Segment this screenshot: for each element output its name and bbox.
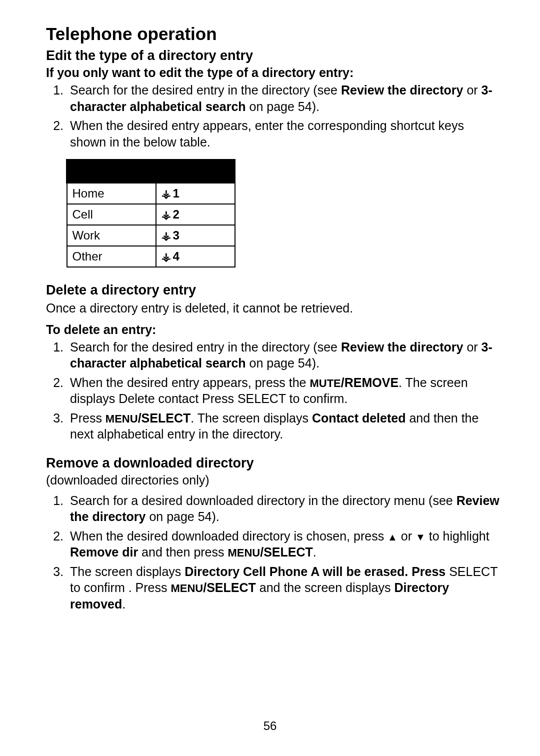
key-number: 3 bbox=[173, 228, 180, 242]
text-bold: Review the directory bbox=[341, 83, 464, 97]
shortcut-table: Home ⚶1 Cell ⚶2 Work ⚶3 Other ⚶4 bbox=[66, 159, 236, 268]
key-label: /SELECT bbox=[203, 580, 256, 594]
table-cell-key: ⚶3 bbox=[156, 225, 235, 246]
text: . bbox=[313, 545, 316, 559]
text: . bbox=[122, 597, 126, 611]
text: When the desired entry appears, press th… bbox=[70, 376, 310, 390]
key-number: 4 bbox=[173, 250, 180, 263]
list-item: When the desired downloaded directory is… bbox=[67, 528, 502, 560]
pound-icon: ⚶ bbox=[162, 208, 171, 221]
text: The screen displays bbox=[70, 564, 184, 578]
section-edit-type-sub: If you only want to edit the type of a d… bbox=[46, 66, 502, 80]
text: or bbox=[463, 83, 481, 97]
text: or bbox=[463, 340, 481, 354]
key-label: /SELECT bbox=[138, 411, 191, 425]
list-item: The screen displays Directory Cell Phone… bbox=[67, 564, 502, 612]
text: Search for a desired downloaded director… bbox=[70, 494, 456, 508]
text: . The screen displays bbox=[190, 411, 312, 425]
page-title: Telephone operation bbox=[46, 24, 502, 44]
table-cell-type: Home bbox=[67, 183, 156, 204]
key-label: MENU bbox=[106, 412, 138, 425]
table-row: Other ⚶4 bbox=[67, 246, 235, 267]
text: or bbox=[398, 529, 416, 543]
text: on page 54). bbox=[246, 356, 320, 370]
section-delete-heading: Delete a directory entry bbox=[46, 282, 502, 298]
table-cell-key: ⚶1 bbox=[156, 183, 235, 204]
text: Search for the desired entry in the dire… bbox=[70, 340, 341, 354]
page-number: 56 bbox=[0, 719, 540, 733]
pound-icon: ⚶ bbox=[162, 250, 171, 263]
key-number: 1 bbox=[173, 186, 180, 200]
section-remove-list: Search for a desired downloaded director… bbox=[46, 492, 502, 612]
key-label: /SELECT bbox=[260, 545, 313, 559]
text-bold: Review the directory bbox=[341, 340, 464, 354]
text: to highlight bbox=[426, 529, 490, 543]
table-cell-type: Cell bbox=[67, 204, 156, 225]
table-header bbox=[156, 160, 235, 183]
table-cell-key: ⚶4 bbox=[156, 246, 235, 267]
list-item: Search for the desired entry in the dire… bbox=[67, 339, 502, 372]
key-label: MUTE bbox=[310, 377, 340, 390]
section-remove-note: (downloaded directories only) bbox=[46, 473, 502, 488]
list-item: When the desired entry appears, press th… bbox=[67, 374, 502, 407]
text-bold: Remove dir bbox=[70, 545, 138, 559]
pound-icon: ⚶ bbox=[162, 188, 171, 200]
arrow-down-icon: ▼ bbox=[416, 532, 426, 542]
key-label: MENU bbox=[228, 546, 260, 559]
text-bold: Contact deleted bbox=[312, 411, 406, 425]
arrow-up-icon: ▲ bbox=[388, 532, 398, 542]
table-row: Cell ⚶2 bbox=[67, 204, 235, 225]
list-item: Search for a desired downloaded director… bbox=[67, 492, 502, 525]
section-edit-type-heading: Edit the type of a directory entry bbox=[46, 48, 502, 64]
table-cell-type: Work bbox=[67, 225, 156, 246]
section-edit-type-list: Search for the desired entry in the dire… bbox=[46, 82, 502, 150]
table-header bbox=[67, 160, 156, 183]
key-number: 2 bbox=[173, 208, 180, 221]
text: and the screen displays bbox=[256, 580, 394, 594]
table-cell-type: Other bbox=[67, 246, 156, 267]
list-item: Press MENU/SELECT. The screen displays C… bbox=[67, 410, 502, 442]
section-delete-sub: To delete an entry: bbox=[46, 322, 502, 337]
list-item: Search for the desired entry in the dire… bbox=[67, 82, 502, 114]
text: Press bbox=[70, 411, 106, 425]
table-row: Home ⚶1 bbox=[67, 183, 235, 204]
pound-icon: ⚶ bbox=[162, 230, 171, 242]
text: on page 54). bbox=[246, 100, 320, 114]
key-label: /REMOVE bbox=[341, 376, 398, 390]
text: When the desired downloaded directory is… bbox=[70, 529, 388, 543]
text-bold: Directory Cell Phone A will be erased. P… bbox=[184, 564, 446, 578]
text: Search for the desired entry in the dire… bbox=[70, 83, 341, 97]
section-delete-list: Search for the desired entry in the dire… bbox=[46, 339, 502, 442]
section-remove-heading: Remove a downloaded directory bbox=[46, 456, 502, 471]
key-label: MENU bbox=[170, 582, 203, 594]
list-item: When the desired entry appears, enter th… bbox=[67, 118, 502, 150]
table-row: Work ⚶3 bbox=[67, 225, 235, 246]
section-delete-intro: Once a directory entry is deleted, it ca… bbox=[46, 300, 502, 316]
text: and then press bbox=[138, 545, 228, 559]
text: on page 54). bbox=[146, 510, 219, 524]
table-cell-key: ⚶2 bbox=[156, 204, 235, 225]
